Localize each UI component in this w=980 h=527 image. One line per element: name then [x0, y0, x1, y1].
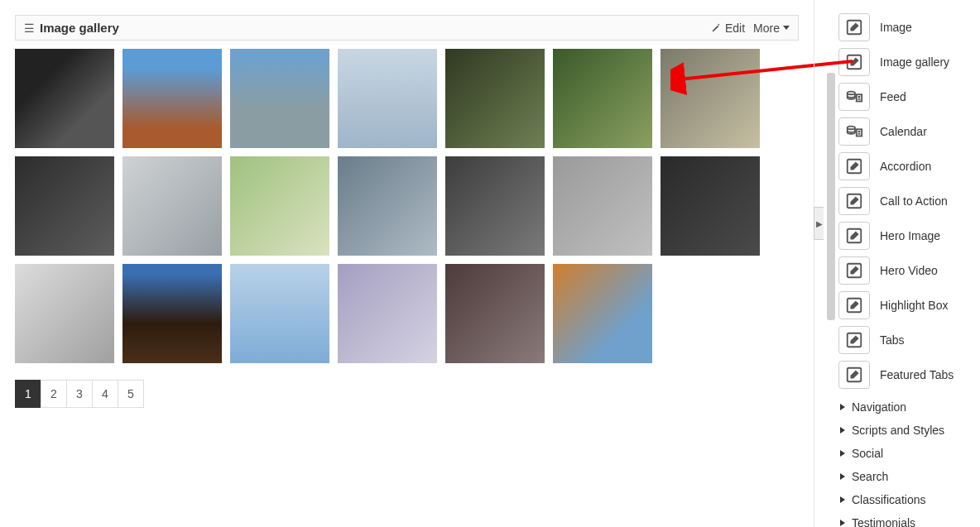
widget-item-accordion[interactable]: Accordion: [838, 149, 975, 184]
widget-list: ImageImage galleryFeedCalendarAccordionC…: [838, 10, 975, 392]
edit-square-icon: [838, 361, 870, 389]
edit-square-icon: [838, 48, 870, 76]
more-dropdown[interactable]: More: [753, 22, 790, 35]
scrollbar[interactable]: [827, 73, 835, 320]
category-list: NavigationScripts and StylesSocialSearch…: [838, 395, 975, 527]
gallery-thumbnail[interactable]: [553, 49, 652, 148]
category-testimonials[interactable]: Testimonials: [838, 511, 975, 527]
widget-label: Accordion: [880, 160, 931, 173]
category-scripts-and-styles[interactable]: Scripts and Styles: [838, 419, 975, 442]
pencil-icon: [711, 22, 722, 33]
gallery-thumbnail[interactable]: [445, 156, 545, 256]
gallery-thumbnail[interactable]: [15, 156, 114, 256]
widget-label: Highlight Box: [880, 299, 949, 312]
gallery-thumbnail[interactable]: [553, 264, 652, 363]
category-label: Testimonials: [852, 516, 915, 527]
widget-item-highlight-box[interactable]: Highlight Box: [838, 288, 975, 323]
category-classifications[interactable]: Classifications: [838, 488, 975, 511]
caret-right-icon: [840, 427, 845, 434]
gallery-thumbnail[interactable]: [445, 49, 545, 148]
gallery-thumbnail[interactable]: [15, 49, 114, 148]
edit-square-icon: [838, 187, 870, 215]
category-label: Search: [852, 470, 888, 483]
pagination: 12345: [15, 380, 799, 408]
widget-label: Image gallery: [880, 55, 949, 69]
more-label: More: [753, 22, 780, 35]
gallery-thumbnail[interactable]: [122, 264, 222, 363]
widget-item-call-to-action[interactable]: Call to Action: [838, 184, 975, 218]
widget-label: Hero Image: [880, 229, 940, 242]
widget-item-image[interactable]: Image: [838, 10, 975, 45]
gallery-thumbnail[interactable]: [338, 49, 437, 148]
caret-right-icon: [840, 450, 845, 457]
caret-right-icon: [840, 520, 845, 526]
gallery-thumbnail[interactable]: [230, 264, 329, 363]
page-button[interactable]: 4: [92, 380, 118, 408]
svg-point-5: [848, 127, 855, 130]
caret-down-icon: [783, 26, 790, 30]
widget-label: Image: [880, 21, 912, 34]
category-label: Navigation: [852, 400, 906, 414]
collapse-panel-button[interactable]: ▶: [814, 207, 824, 240]
edit-square-icon: [838, 291, 870, 319]
svg-point-3: [848, 92, 855, 95]
edit-square-icon: [838, 13, 870, 41]
gallery-thumbnail[interactable]: [338, 264, 437, 363]
page-button[interactable]: 3: [66, 380, 93, 408]
panel-divider: ▶: [814, 0, 835, 527]
widget-item-hero-image[interactable]: Hero Image: [838, 218, 975, 253]
gallery-thumbnail[interactable]: [230, 49, 329, 148]
edit-square-icon: [838, 222, 870, 250]
gallery-thumbnail[interactable]: [15, 264, 114, 363]
gallery-thumbnail[interactable]: [553, 156, 652, 256]
widget-item-image-gallery[interactable]: Image gallery: [838, 45, 975, 79]
category-label: Classifications: [852, 493, 925, 506]
edit-square-icon: [838, 152, 870, 180]
category-label: Scripts and Styles: [852, 424, 944, 437]
widget-item-calendar[interactable]: Calendar: [838, 114, 975, 149]
block-header: ☰ Image gallery Edit More: [15, 15, 799, 41]
edit-square-icon: [838, 326, 870, 354]
widget-item-featured-tabs[interactable]: Featured Tabs: [838, 357, 975, 392]
gallery-thumbnail[interactable]: [230, 156, 329, 256]
widget-item-hero-video[interactable]: Hero Video: [838, 253, 975, 288]
page-button[interactable]: 5: [118, 380, 144, 408]
category-search[interactable]: Search: [838, 465, 975, 488]
edit-button[interactable]: Edit: [711, 22, 745, 35]
gallery-thumbnail[interactable]: [338, 156, 437, 256]
caret-right-icon: [840, 404, 845, 410]
widget-item-tabs[interactable]: Tabs: [838, 323, 975, 357]
caret-right-icon: [840, 496, 845, 503]
category-social[interactable]: Social: [838, 442, 975, 465]
widget-label: Call to Action: [880, 194, 948, 208]
widget-label: Tabs: [880, 333, 905, 347]
drag-handle-icon[interactable]: ☰: [24, 22, 35, 35]
widget-label: Hero Video: [880, 264, 938, 277]
widget-label: Calendar: [880, 125, 927, 138]
widget-sidebar: ImageImage galleryFeedCalendarAccordionC…: [835, 0, 980, 527]
page-button[interactable]: 2: [41, 380, 67, 408]
edit-square-icon: [838, 256, 870, 285]
widget-item-feed[interactable]: Feed: [838, 79, 975, 114]
category-navigation[interactable]: Navigation: [838, 395, 975, 419]
database-icon: [838, 83, 870, 111]
gallery-thumbnail[interactable]: [122, 49, 222, 148]
gallery-thumbnail[interactable]: [122, 156, 222, 256]
gallery-thumbnail[interactable]: [445, 264, 545, 363]
gallery-thumbnail[interactable]: [661, 49, 760, 148]
svg-rect-4: [857, 94, 862, 101]
category-label: Social: [852, 447, 883, 460]
image-gallery-grid: [15, 49, 799, 363]
edit-label: Edit: [725, 22, 745, 35]
database-icon: [838, 117, 870, 146]
widget-label: Feed: [880, 90, 906, 103]
widget-label: Featured Tabs: [880, 368, 954, 381]
svg-rect-6: [857, 129, 862, 136]
gallery-thumbnail[interactable]: [661, 156, 760, 256]
block-title: Image gallery: [40, 21, 711, 35]
page-button[interactable]: 1: [15, 380, 41, 408]
caret-right-icon: [840, 473, 845, 480]
